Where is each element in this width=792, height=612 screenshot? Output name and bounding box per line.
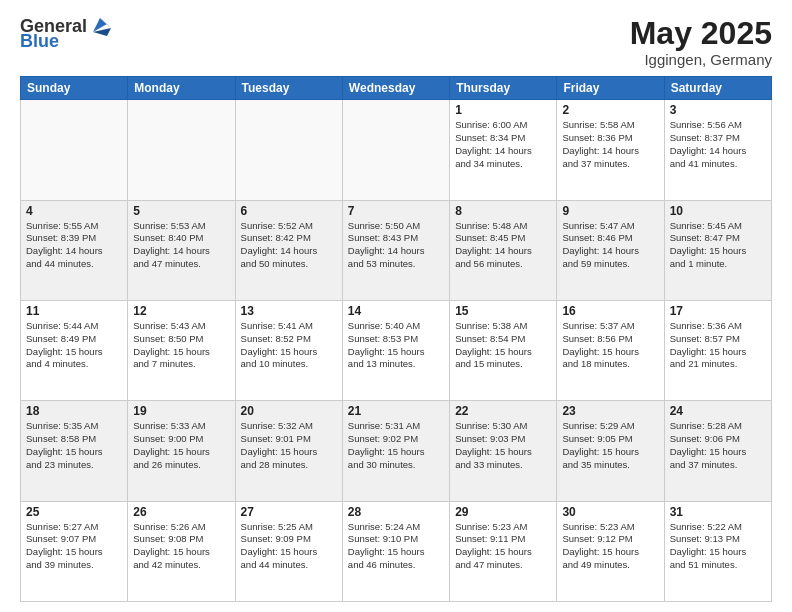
day-detail: Sunrise: 5:37 AMSunset: 8:56 PMDaylight:… — [562, 320, 658, 371]
logo: General Blue — [20, 16, 111, 52]
day-number: 14 — [348, 304, 444, 318]
day-detail: Sunrise: 5:53 AMSunset: 8:40 PMDaylight:… — [133, 220, 229, 271]
day-number: 18 — [26, 404, 122, 418]
day-detail: Sunrise: 5:30 AMSunset: 9:03 PMDaylight:… — [455, 420, 551, 471]
day-detail: Sunrise: 5:31 AMSunset: 9:02 PMDaylight:… — [348, 420, 444, 471]
day-number: 2 — [562, 103, 658, 117]
day-detail: Sunrise: 5:55 AMSunset: 8:39 PMDaylight:… — [26, 220, 122, 271]
day-detail: Sunrise: 5:56 AMSunset: 8:37 PMDaylight:… — [670, 119, 766, 170]
table-row — [21, 100, 128, 200]
table-row: 11Sunrise: 5:44 AMSunset: 8:49 PMDayligh… — [21, 300, 128, 400]
day-number: 25 — [26, 505, 122, 519]
day-detail: Sunrise: 5:50 AMSunset: 8:43 PMDaylight:… — [348, 220, 444, 271]
table-row: 7Sunrise: 5:50 AMSunset: 8:43 PMDaylight… — [342, 200, 449, 300]
day-number: 7 — [348, 204, 444, 218]
day-detail: Sunrise: 5:29 AMSunset: 9:05 PMDaylight:… — [562, 420, 658, 471]
day-detail: Sunrise: 5:52 AMSunset: 8:42 PMDaylight:… — [241, 220, 337, 271]
calendar-week-0: 1Sunrise: 6:00 AMSunset: 8:34 PMDaylight… — [21, 100, 772, 200]
calendar-week-4: 25Sunrise: 5:27 AMSunset: 9:07 PMDayligh… — [21, 501, 772, 601]
day-detail: Sunrise: 5:32 AMSunset: 9:01 PMDaylight:… — [241, 420, 337, 471]
table-row: 2Sunrise: 5:58 AMSunset: 8:36 PMDaylight… — [557, 100, 664, 200]
table-row: 14Sunrise: 5:40 AMSunset: 8:53 PMDayligh… — [342, 300, 449, 400]
day-number: 3 — [670, 103, 766, 117]
col-monday: Monday — [128, 77, 235, 100]
day-detail: Sunrise: 5:48 AMSunset: 8:45 PMDaylight:… — [455, 220, 551, 271]
day-number: 10 — [670, 204, 766, 218]
day-detail: Sunrise: 5:24 AMSunset: 9:10 PMDaylight:… — [348, 521, 444, 572]
table-row: 19Sunrise: 5:33 AMSunset: 9:00 PMDayligh… — [128, 401, 235, 501]
table-row: 25Sunrise: 5:27 AMSunset: 9:07 PMDayligh… — [21, 501, 128, 601]
day-number: 30 — [562, 505, 658, 519]
day-number: 26 — [133, 505, 229, 519]
table-row: 15Sunrise: 5:38 AMSunset: 8:54 PMDayligh… — [450, 300, 557, 400]
title-month: May 2025 — [630, 16, 772, 51]
day-number: 17 — [670, 304, 766, 318]
day-number: 22 — [455, 404, 551, 418]
day-number: 4 — [26, 204, 122, 218]
title-location: Iggingen, Germany — [630, 51, 772, 68]
day-number: 31 — [670, 505, 766, 519]
day-number: 23 — [562, 404, 658, 418]
page: General Blue May 2025 Iggingen, Germany … — [0, 0, 792, 612]
table-row: 21Sunrise: 5:31 AMSunset: 9:02 PMDayligh… — [342, 401, 449, 501]
day-detail: Sunrise: 5:58 AMSunset: 8:36 PMDaylight:… — [562, 119, 658, 170]
table-row — [235, 100, 342, 200]
calendar-week-1: 4Sunrise: 5:55 AMSunset: 8:39 PMDaylight… — [21, 200, 772, 300]
table-row: 24Sunrise: 5:28 AMSunset: 9:06 PMDayligh… — [664, 401, 771, 501]
day-number: 6 — [241, 204, 337, 218]
day-number: 16 — [562, 304, 658, 318]
day-detail: Sunrise: 6:00 AMSunset: 8:34 PMDaylight:… — [455, 119, 551, 170]
col-thursday: Thursday — [450, 77, 557, 100]
day-detail: Sunrise: 5:23 AMSunset: 9:12 PMDaylight:… — [562, 521, 658, 572]
table-row: 1Sunrise: 6:00 AMSunset: 8:34 PMDaylight… — [450, 100, 557, 200]
calendar-header-row: Sunday Monday Tuesday Wednesday Thursday… — [21, 77, 772, 100]
day-number: 28 — [348, 505, 444, 519]
title-block: May 2025 Iggingen, Germany — [630, 16, 772, 68]
day-detail: Sunrise: 5:38 AMSunset: 8:54 PMDaylight:… — [455, 320, 551, 371]
day-detail: Sunrise: 5:43 AMSunset: 8:50 PMDaylight:… — [133, 320, 229, 371]
table-row: 12Sunrise: 5:43 AMSunset: 8:50 PMDayligh… — [128, 300, 235, 400]
day-number: 24 — [670, 404, 766, 418]
day-detail: Sunrise: 5:36 AMSunset: 8:57 PMDaylight:… — [670, 320, 766, 371]
table-row — [342, 100, 449, 200]
day-number: 8 — [455, 204, 551, 218]
day-detail: Sunrise: 5:22 AMSunset: 9:13 PMDaylight:… — [670, 521, 766, 572]
day-detail: Sunrise: 5:40 AMSunset: 8:53 PMDaylight:… — [348, 320, 444, 371]
table-row: 27Sunrise: 5:25 AMSunset: 9:09 PMDayligh… — [235, 501, 342, 601]
table-row: 5Sunrise: 5:53 AMSunset: 8:40 PMDaylight… — [128, 200, 235, 300]
day-detail: Sunrise: 5:27 AMSunset: 9:07 PMDaylight:… — [26, 521, 122, 572]
calendar-week-2: 11Sunrise: 5:44 AMSunset: 8:49 PMDayligh… — [21, 300, 772, 400]
day-number: 12 — [133, 304, 229, 318]
day-detail: Sunrise: 5:26 AMSunset: 9:08 PMDaylight:… — [133, 521, 229, 572]
day-number: 20 — [241, 404, 337, 418]
day-number: 5 — [133, 204, 229, 218]
day-detail: Sunrise: 5:35 AMSunset: 8:58 PMDaylight:… — [26, 420, 122, 471]
table-row: 9Sunrise: 5:47 AMSunset: 8:46 PMDaylight… — [557, 200, 664, 300]
day-number: 9 — [562, 204, 658, 218]
col-sunday: Sunday — [21, 77, 128, 100]
table-row: 23Sunrise: 5:29 AMSunset: 9:05 PMDayligh… — [557, 401, 664, 501]
day-detail: Sunrise: 5:41 AMSunset: 8:52 PMDaylight:… — [241, 320, 337, 371]
day-detail: Sunrise: 5:44 AMSunset: 8:49 PMDaylight:… — [26, 320, 122, 371]
day-number: 21 — [348, 404, 444, 418]
logo-icon — [89, 14, 111, 36]
table-row: 30Sunrise: 5:23 AMSunset: 9:12 PMDayligh… — [557, 501, 664, 601]
table-row: 13Sunrise: 5:41 AMSunset: 8:52 PMDayligh… — [235, 300, 342, 400]
day-detail: Sunrise: 5:33 AMSunset: 9:00 PMDaylight:… — [133, 420, 229, 471]
table-row: 16Sunrise: 5:37 AMSunset: 8:56 PMDayligh… — [557, 300, 664, 400]
col-tuesday: Tuesday — [235, 77, 342, 100]
col-saturday: Saturday — [664, 77, 771, 100]
table-row: 3Sunrise: 5:56 AMSunset: 8:37 PMDaylight… — [664, 100, 771, 200]
day-number: 29 — [455, 505, 551, 519]
table-row: 31Sunrise: 5:22 AMSunset: 9:13 PMDayligh… — [664, 501, 771, 601]
table-row: 6Sunrise: 5:52 AMSunset: 8:42 PMDaylight… — [235, 200, 342, 300]
header: General Blue May 2025 Iggingen, Germany — [20, 16, 772, 68]
table-row — [128, 100, 235, 200]
day-detail: Sunrise: 5:28 AMSunset: 9:06 PMDaylight:… — [670, 420, 766, 471]
day-detail: Sunrise: 5:45 AMSunset: 8:47 PMDaylight:… — [670, 220, 766, 271]
table-row: 18Sunrise: 5:35 AMSunset: 8:58 PMDayligh… — [21, 401, 128, 501]
table-row: 10Sunrise: 5:45 AMSunset: 8:47 PMDayligh… — [664, 200, 771, 300]
table-row: 4Sunrise: 5:55 AMSunset: 8:39 PMDaylight… — [21, 200, 128, 300]
day-number: 13 — [241, 304, 337, 318]
day-number: 1 — [455, 103, 551, 117]
